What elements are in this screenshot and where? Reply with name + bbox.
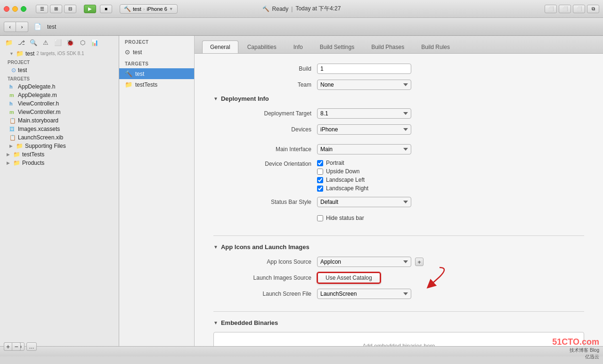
panel-all-icon[interactable]: ⧉ <box>587 5 599 13</box>
embedded-section-header: ▼ Embedded Binaries <box>213 319 584 326</box>
devices-label: Devices <box>213 126 317 133</box>
panel-testtests-item[interactable]: 📁 testTests <box>119 79 194 90</box>
launch-source-row: Launch Images Source Use Asset Catalog <box>213 272 584 283</box>
fullscreen-button[interactable] <box>21 6 26 12</box>
deployment-section-header: ▼ Deployment Info <box>213 95 584 102</box>
breadcrumb-item: test <box>47 24 56 30</box>
nav-file-storyboard[interactable]: 📋 Main.storyboard <box>0 116 119 125</box>
tab-capabilities[interactable]: Capabilities <box>239 40 285 53</box>
stop-button[interactable]: ■ <box>100 5 112 13</box>
nav-back-button[interactable]: ‹ <box>4 22 16 32</box>
use-asset-catalog-button[interactable]: Use Asset Catalog <box>317 272 381 283</box>
devices-row: Devices iPhone <box>213 124 584 135</box>
portrait-checkbox[interactable] <box>317 160 323 166</box>
icons-source-control: AppIcon + <box>317 257 553 267</box>
panel-project-item[interactable]: ⊙ test <box>119 47 194 57</box>
panel-bottom-icon[interactable]: ⬜ <box>559 5 571 13</box>
sidebar-toggle-icon[interactable]: ☰ <box>36 5 48 13</box>
content-body: Build Team None ▼ Deployment Info <box>195 54 603 346</box>
nav-file-xcassets[interactable]: 🖼 Images.xcassets <box>0 125 119 133</box>
minimize-button[interactable] <box>12 6 18 12</box>
nav-products[interactable]: ▶ 📁 Products <box>0 159 119 167</box>
status-bar-select[interactable]: Default <box>317 197 411 207</box>
project-panel: PROJECT ⊙ test TARGETS 🔨 test 📁 testTest… <box>119 36 195 346</box>
report-icon[interactable]: 📊 <box>90 38 100 47</box>
target-count: 2 targets, iOS SDK 8.1 <box>36 51 84 56</box>
project-section-header: PROJECT <box>119 36 194 47</box>
nav-file-appdelegate-m[interactable]: m AppDelegate.m <box>0 91 119 99</box>
tab-build-settings[interactable]: Build Settings <box>312 40 362 53</box>
nav-filename: ViewController.m <box>18 109 60 115</box>
landscape-left-checkbox[interactable] <box>317 177 323 183</box>
nav-project-name: test <box>25 50 34 57</box>
devices-select[interactable]: iPhone <box>317 124 411 135</box>
panel-right-icon[interactable]: ⬜ <box>573 5 585 13</box>
deployment-target-select[interactable]: 8.1 <box>317 108 411 119</box>
add-icon-button[interactable]: + <box>415 258 424 266</box>
run-button[interactable]: ▶ <box>84 5 96 13</box>
icons-source-select[interactable]: AppIcon <box>317 257 411 267</box>
nav-filename: AppDelegate.m <box>18 92 57 98</box>
search-icon[interactable]: 🔍 <box>28 38 39 47</box>
nav-filename: LaunchScreen.xib <box>18 134 63 141</box>
disclosure-icon[interactable]: ▶ <box>7 161 11 165</box>
main-layout: 📁 ⎇ 🔍 ⚠ ⬜ 🐞 ⬡ 📊 ▼ 📁 test 2 targets, iOS … <box>0 36 603 346</box>
main-interface-control: Main <box>317 144 553 154</box>
build-row: Build <box>213 63 584 74</box>
authors-icon[interactable]: ⊟ <box>64 5 76 13</box>
app-icons-disclosure[interactable]: ▼ <box>213 244 218 250</box>
embedded-placeholder: Add embedded binaries here <box>362 343 435 346</box>
nav-folder-name: testTests <box>22 151 44 158</box>
disclosure-icon[interactable]: ▶ <box>7 152 11 157</box>
nav-file-xib[interactable]: 📋 LaunchScreen.xib <box>0 133 119 142</box>
team-row: Team None <box>213 79 584 90</box>
upside-down-checkbox[interactable] <box>317 169 323 175</box>
chevron-down-icon: ▼ <box>169 7 173 11</box>
launch-source-label: Launch Images Source <box>213 275 317 281</box>
panel-left-icon[interactable]: ⬜ <box>545 5 557 13</box>
nav-testtests[interactable]: ▶ 📁 testTests <box>0 150 119 159</box>
tab-info[interactable]: Info <box>285 40 311 53</box>
test-icon[interactable]: ⬜ <box>53 38 63 47</box>
nav-project-root[interactable]: ▼ 📁 test 2 targets, iOS SDK 8.1 <box>0 49 119 58</box>
nav-supporting-files[interactable]: ▶ 📁 Supporting Files <box>0 142 119 150</box>
deployment-target-control: 8.1 <box>317 108 553 119</box>
landscape-right-label: Landscape Right <box>326 185 368 192</box>
scheme-selector[interactable]: 🔨 test › iPhone 6 ▼ <box>120 4 178 14</box>
hide-status-checkbox[interactable] <box>317 215 323 221</box>
options-icon[interactable]: … <box>26 342 37 346</box>
close-button[interactable] <box>4 6 9 12</box>
file-navigator: 📁 ⎇ 🔍 ⚠ ⬜ 🐞 ⬡ 📊 ▼ 📁 test 2 targets, iOS … <box>0 36 119 346</box>
debug-icon[interactable]: 🐞 <box>65 38 75 47</box>
device-orientation-label: Device Orientation <box>213 160 317 167</box>
folder-icon[interactable]: 📁 <box>4 38 14 47</box>
deployment-disclosure[interactable]: ▼ <box>213 96 218 101</box>
build-input[interactable] <box>317 64 411 74</box>
git-icon[interactable]: ⎇ <box>16 38 26 47</box>
nav-forward-button[interactable]: › <box>16 22 28 32</box>
warning-icon[interactable]: ⚠ <box>41 38 51 47</box>
panel-project-name: test <box>133 49 142 56</box>
breakpoint-icon[interactable]: ⬡ <box>77 38 88 47</box>
tab-general[interactable]: General <box>202 40 238 53</box>
panel-target-item[interactable]: 🔨 test <box>119 68 194 79</box>
tab-build-rules[interactable]: Build Rules <box>413 40 458 53</box>
disclosure-icon[interactable]: ▼ <box>9 51 14 56</box>
nav-file-appdelegate-h[interactable]: h AppDelegate.h <box>0 82 119 91</box>
launch-source-control: Use Asset Catalog <box>317 272 553 283</box>
nav-file-viewcontroller-m[interactable]: m ViewController.m <box>0 108 119 116</box>
disclosure-icon[interactable]: ▶ <box>9 144 14 148</box>
tab-build-phases[interactable]: Build Phases <box>363 40 412 53</box>
nav-folder-name: Supporting Files <box>25 143 66 149</box>
nav-file-viewcontroller-h[interactable]: h ViewController.h <box>0 99 119 108</box>
code-review-icon[interactable]: ⊞ <box>50 5 62 13</box>
embedded-disclosure[interactable]: ▼ <box>213 320 218 325</box>
main-interface-select[interactable]: Main <box>317 144 411 154</box>
nav-project-item[interactable]: ⊙ test <box>0 66 119 74</box>
landscape-right-checkbox[interactable] <box>317 186 323 192</box>
panel-target-name: test <box>135 71 144 77</box>
launch-screen-select[interactable]: LaunchScreen <box>317 289 411 299</box>
team-select[interactable]: None <box>317 80 411 90</box>
traffic-lights <box>4 6 26 12</box>
watermark: 51CTO.com 技术博客 Blog 亿迅云 <box>552 337 599 360</box>
